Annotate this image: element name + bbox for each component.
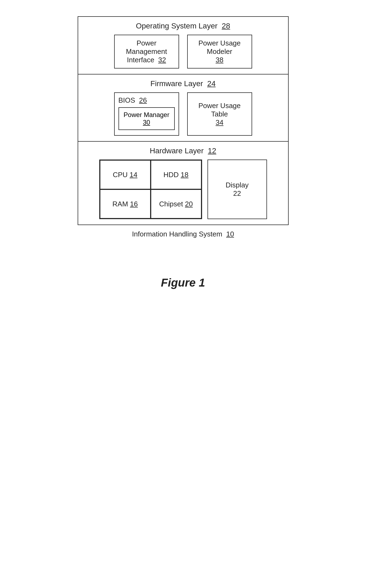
- bios-num: 26: [139, 96, 147, 104]
- cpu-box: CPU 14: [100, 160, 151, 189]
- bios-title: BIOS 26: [118, 96, 147, 105]
- system-label-num: 10: [226, 230, 234, 238]
- hw-grid: CPU 14 HDD 18 RAM 16 Chipset: [99, 160, 202, 219]
- firmware-layer-title: Firmware Layer 24: [84, 79, 283, 88]
- hardware-layer: Hardware Layer 12 CPU 14 HDD 18: [78, 142, 288, 225]
- firmware-inner: BIOS 26 Power Manager 30 Power Usage Tab…: [84, 92, 283, 136]
- hdd-label: HDD: [163, 171, 179, 179]
- pm-label: Power Manager: [124, 111, 169, 118]
- pmi-num: 32: [158, 56, 166, 64]
- system-label-text: Information Handling System: [132, 230, 222, 238]
- chipset-num: 20: [185, 200, 193, 208]
- os-layer: Operating System Layer 28 Power Manageme…: [78, 17, 288, 74]
- system-label: Information Handling System 10: [132, 230, 234, 238]
- pum-label: Power Usage Modeler: [198, 39, 240, 56]
- display-num: 22: [233, 189, 241, 197]
- diagram-container: Operating System Layer 28 Power Manageme…: [78, 16, 289, 289]
- ram-box: RAM 16: [100, 189, 151, 219]
- figure-label: Figure 1: [161, 276, 205, 289]
- display-box: Display 22: [207, 160, 267, 219]
- hw-title-num: 12: [208, 147, 216, 155]
- fw-title-text: Firmware Layer: [150, 79, 203, 88]
- os-layer-title-num: 28: [222, 22, 230, 30]
- pum-num: 38: [216, 56, 223, 64]
- hdd-num: 18: [181, 171, 189, 179]
- outer-box: Operating System Layer 28 Power Manageme…: [78, 16, 289, 225]
- hw-left: CPU 14 HDD 18 RAM 16 Chipset: [99, 160, 202, 219]
- hw-title-text: Hardware Layer: [150, 147, 204, 155]
- fw-title-num: 24: [207, 79, 216, 88]
- os-inner: Power Management Interface 32 Power Usag…: [84, 35, 283, 69]
- display-label: Display: [226, 181, 249, 189]
- figure-label-text: Figure 1: [161, 276, 205, 289]
- hardware-layer-title: Hardware Layer 12: [84, 147, 283, 155]
- power-usage-table-box: Power Usage Table 34: [187, 92, 252, 136]
- bios-box: BIOS 26 Power Manager 30: [114, 92, 179, 136]
- put-label: Power Usage Table: [198, 102, 240, 118]
- ram-num: 16: [130, 200, 138, 208]
- os-layer-title-text: Operating System Layer: [136, 22, 217, 30]
- ram-label: RAM: [113, 200, 128, 208]
- bios-label: BIOS: [118, 96, 135, 104]
- chipset-label: Chipset: [159, 200, 183, 208]
- hardware-inner: CPU 14 HDD 18 RAM 16 Chipset: [84, 160, 283, 219]
- power-manager-box: Power Manager 30: [118, 107, 175, 130]
- firmware-layer: Firmware Layer 24 BIOS 26 Power Manager …: [78, 74, 288, 142]
- os-layer-title: Operating System Layer 28: [84, 22, 283, 30]
- power-management-interface-box: Power Management Interface 32: [114, 35, 179, 69]
- pm-num: 30: [143, 119, 150, 126]
- power-usage-modeler-box: Power Usage Modeler 38: [187, 35, 252, 69]
- cpu-label: CPU: [113, 171, 128, 179]
- chipset-box: Chipset 20: [151, 189, 202, 219]
- put-num: 34: [216, 118, 223, 126]
- hdd-box: HDD 18: [151, 160, 202, 189]
- cpu-num: 14: [130, 171, 137, 179]
